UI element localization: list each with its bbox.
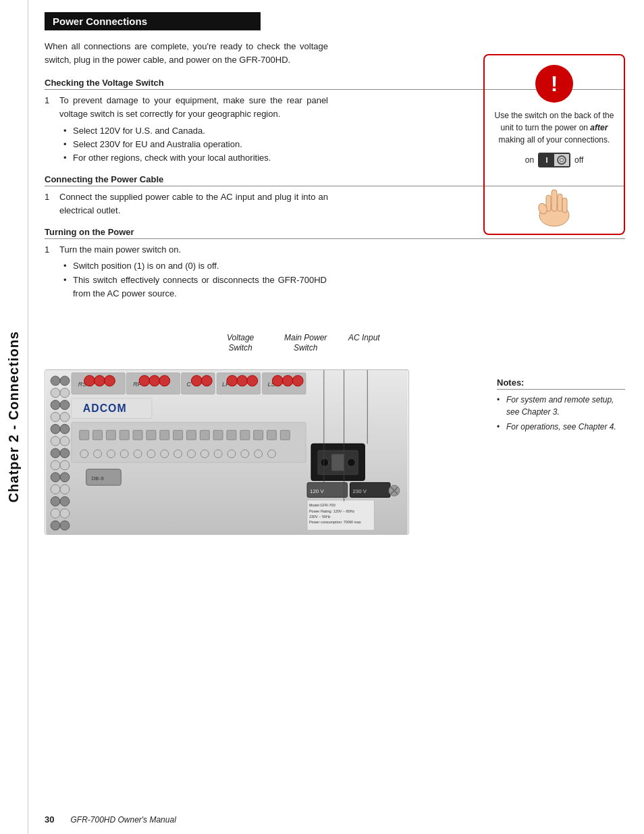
switch-on-label: on xyxy=(525,155,534,165)
svg-text:Model GFR-700: Model GFR-700 xyxy=(309,503,336,507)
notes-item: For operations, see Chapter 4. xyxy=(497,421,625,433)
label-voltage-switch: Voltage Switch xyxy=(227,333,254,354)
svg-point-46 xyxy=(191,375,202,386)
svg-rect-73 xyxy=(240,430,250,440)
svg-rect-102 xyxy=(331,454,345,471)
svg-point-19 xyxy=(60,436,70,446)
svg-point-18 xyxy=(51,436,60,446)
svg-point-24 xyxy=(51,473,60,482)
svg-point-87 xyxy=(214,450,222,458)
svg-rect-74 xyxy=(254,430,263,440)
svg-point-84 xyxy=(174,450,182,458)
svg-point-81 xyxy=(134,450,142,458)
manual-title: GFR-700HD Owner's Manual xyxy=(70,815,176,825)
exclamation-icon: ! xyxy=(551,73,558,95)
notes-title: Notes: xyxy=(497,377,625,390)
item-text: Turn the main power switch on. xyxy=(59,243,181,257)
cable-item-1: 1 Connect the supplied power cable to th… xyxy=(45,190,328,217)
power-bullets: Switch position (1) is on and (0) is off… xyxy=(45,259,625,300)
svg-rect-71 xyxy=(213,430,223,440)
svg-point-101 xyxy=(348,459,356,467)
svg-point-90 xyxy=(254,450,263,458)
notes-list: For system and remote setup, see Chapter… xyxy=(497,394,625,433)
svg-point-28 xyxy=(51,496,60,506)
svg-point-52 xyxy=(247,375,258,386)
svg-rect-69 xyxy=(186,430,196,440)
page-number: 30 xyxy=(45,814,54,825)
switch-illustration: on I O off xyxy=(493,153,616,167)
svg-point-78 xyxy=(94,450,102,458)
svg-rect-68 xyxy=(173,430,183,440)
voltage-item-1: 1 To prevent damage to your equipment, m… xyxy=(45,94,328,121)
svg-point-42 xyxy=(149,375,160,386)
item-num: 1 xyxy=(45,243,54,257)
svg-point-25 xyxy=(60,473,70,482)
svg-point-91 xyxy=(268,450,276,458)
svg-rect-66 xyxy=(146,430,156,440)
svg-point-100 xyxy=(321,459,329,467)
svg-point-11 xyxy=(60,388,70,398)
svg-point-22 xyxy=(51,461,60,470)
notes-item: For system and remote setup, see Chapter… xyxy=(497,394,625,418)
svg-rect-63 xyxy=(106,430,115,440)
switch-off-pos: O xyxy=(554,153,569,167)
section-header: Power Connections xyxy=(45,12,261,30)
hand-icon xyxy=(527,173,581,227)
svg-point-13 xyxy=(60,400,70,409)
intro-paragraph: When all connections are complete, you'r… xyxy=(45,40,328,67)
svg-point-79 xyxy=(107,450,115,458)
item-num: 1 xyxy=(45,190,54,217)
warning-box: ! Use the switch on the back of the unit… xyxy=(483,54,625,235)
svg-point-16 xyxy=(51,424,60,434)
bullet-item: Switch position (1) is on and (0) is off… xyxy=(63,259,327,273)
svg-point-36 xyxy=(84,375,95,386)
diagram-labels-row: Voltage Switch Main Power Switch AC Inpu… xyxy=(78,333,483,368)
svg-rect-64 xyxy=(119,430,129,440)
page-footer: 30 GFR-700HD Owner's Manual xyxy=(45,814,176,825)
svg-point-37 xyxy=(95,375,105,386)
label-main-power-switch: Main Power Switch xyxy=(284,333,327,354)
svg-point-43 xyxy=(159,375,170,386)
svg-text:230V ~ 50Hz: 230V ~ 50Hz xyxy=(309,515,331,519)
svg-point-82 xyxy=(147,450,155,458)
notes-section: Notes: For system and remote setup, see … xyxy=(497,377,625,436)
back-panel-diagram: RS RF C LF LS xyxy=(45,369,409,535)
svg-rect-72 xyxy=(227,430,236,440)
warning-text-bold: after xyxy=(590,123,608,132)
svg-point-77 xyxy=(80,450,88,458)
svg-rect-3 xyxy=(558,194,562,211)
svg-point-8 xyxy=(51,376,60,386)
svg-text:Power Rating: 120V ~ 60Hz: Power Rating: 120V ~ 60Hz xyxy=(309,509,355,513)
subsection-power: Turning on the Power 1 Turn the main pow… xyxy=(45,227,625,301)
svg-text:ADCOM: ADCOM xyxy=(83,402,127,414)
svg-point-27 xyxy=(60,484,70,494)
svg-point-17 xyxy=(60,424,70,434)
warning-text: Use the switch on the back of the unit t… xyxy=(493,109,616,146)
svg-rect-67 xyxy=(160,430,169,440)
svg-text:120 V: 120 V xyxy=(310,488,324,494)
switch-on-pos: I xyxy=(539,153,554,167)
warning-icon: ! xyxy=(535,65,573,103)
svg-point-21 xyxy=(60,448,70,458)
svg-point-12 xyxy=(51,400,60,409)
svg-point-57 xyxy=(292,375,303,386)
svg-point-30 xyxy=(51,509,60,518)
svg-point-51 xyxy=(237,375,248,386)
svg-point-56 xyxy=(282,375,293,386)
svg-point-47 xyxy=(201,375,212,386)
svg-point-41 xyxy=(139,375,150,386)
svg-point-80 xyxy=(120,450,128,458)
hand-illustration xyxy=(493,173,616,227)
svg-point-50 xyxy=(227,375,238,386)
svg-point-38 xyxy=(104,375,115,386)
svg-point-9 xyxy=(60,376,70,386)
svg-rect-1 xyxy=(552,190,557,211)
svg-point-89 xyxy=(241,450,249,458)
svg-rect-62 xyxy=(93,430,103,440)
power-item-1: 1 Turn the main power switch on. xyxy=(45,243,328,257)
bullet-item: Select 230V for EU and Australia operati… xyxy=(63,138,327,151)
switch-circle: O xyxy=(557,155,566,165)
svg-point-33 xyxy=(60,521,70,530)
section-title: Power Connections xyxy=(53,16,147,27)
svg-point-20 xyxy=(51,448,60,458)
